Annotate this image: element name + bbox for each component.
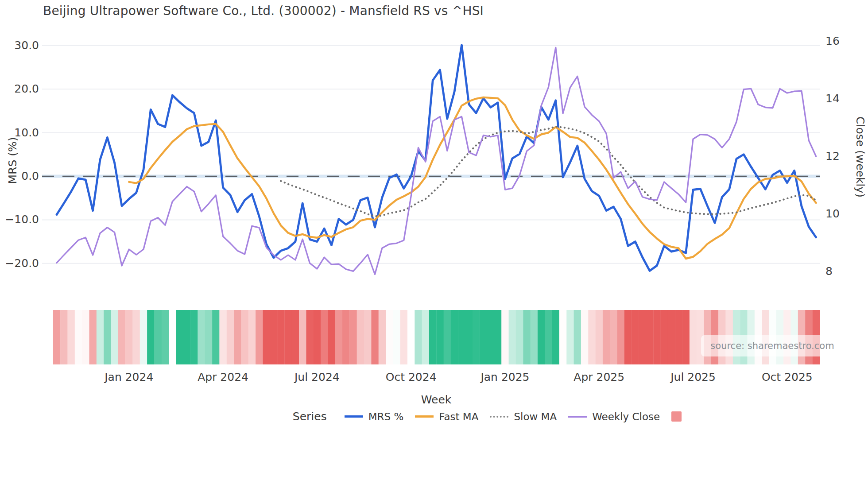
heatmap-week-cell: [284, 310, 292, 364]
legend-item: MRS %: [345, 411, 404, 422]
heatmap-week-cell: [480, 310, 487, 364]
left-tick-label: 20.0: [14, 82, 39, 95]
heatmap-week-cell: [436, 310, 444, 364]
series-mrs-: [57, 45, 816, 271]
heatmap-week-cell: [407, 310, 415, 364]
heatmap-week-cell: [581, 310, 589, 364]
heatmap-week-cell: [596, 310, 603, 364]
heatmap-week-cell: [393, 310, 400, 364]
legend-title: Series: [293, 410, 327, 423]
left-tick-label: −10.0: [5, 213, 39, 226]
heatmap-week-cell: [169, 310, 176, 364]
heatmap-week-cell: [154, 310, 162, 364]
heatmap-week-cell: [379, 310, 386, 364]
legend-item: [671, 411, 682, 422]
heatmap-week-cell: [690, 310, 697, 364]
heatmap-week-cell: [277, 310, 285, 364]
heatmap-week-cell: [328, 310, 335, 364]
heatmap-week-cell: [147, 310, 155, 364]
right-tick-label: 10: [825, 207, 840, 220]
heatmap-week-cell: [89, 310, 97, 364]
heatmap-week-cell: [646, 310, 654, 364]
heatmap-week-cell: [501, 310, 509, 364]
x-axis-title: Week: [0, 393, 868, 406]
heatmap-week-cell: [661, 310, 668, 364]
heatmap-week-cell: [306, 310, 314, 364]
heatmap-week-cell: [292, 310, 299, 364]
right-tick-label: 14: [825, 92, 840, 105]
heatmap-week-cell: [494, 310, 502, 364]
legend-line-swatch: [490, 416, 508, 418]
heatmap-week-cell: [335, 310, 343, 364]
heatmap-week-cell: [176, 310, 183, 364]
series-slow-ma: [281, 127, 816, 217]
x-tick-label: Apr 2024: [198, 371, 248, 383]
x-tick-label: Jul 2024: [294, 371, 340, 383]
heatmap-week-cell: [415, 310, 422, 364]
x-tick-label: Jan 2024: [104, 371, 153, 383]
heatmap-week-cell: [60, 310, 68, 364]
left-tick-label: 0.0: [21, 170, 39, 182]
heatmap-week-cell: [299, 310, 306, 364]
heatmap-week-cell: [132, 310, 140, 364]
heatmap-week-cell: [386, 310, 393, 364]
heatmap-week-cell: [227, 310, 234, 364]
x-tick-label: Apr 2025: [574, 371, 624, 383]
heatmap-week-cell: [400, 310, 408, 364]
x-tick-label: Oct 2025: [762, 371, 813, 383]
heatmap-week-cell: [248, 310, 256, 364]
heatmap-week-cell: [473, 310, 480, 364]
heatmap-week-cell: [125, 310, 133, 364]
heatmap-week-cell: [82, 310, 89, 364]
heatmap-week-cell: [653, 310, 661, 364]
legend-label: Fast MA: [439, 411, 478, 422]
heatmap-week-cell: [451, 310, 458, 364]
heatmap-week-cell: [552, 310, 560, 364]
heatmap-week-cell: [624, 310, 632, 364]
heatmap-week-cell: [574, 310, 581, 364]
heatmap-week-cell: [212, 310, 220, 364]
heatmap-week-cell: [198, 310, 205, 364]
left-tick-label: 10.0: [14, 126, 39, 139]
heatmap-week-cell: [241, 310, 248, 364]
heatmap-week-cell: [588, 310, 596, 364]
series-weekly-close: [57, 47, 816, 274]
heatmap-week-cell: [610, 310, 617, 364]
heatmap-week-cell: [234, 310, 241, 364]
heatmap-week-cell: [545, 310, 552, 364]
heatmap-week-cell: [256, 310, 263, 364]
heatmap-week-cell: [617, 310, 625, 364]
heatmap-week-cell: [67, 310, 75, 364]
heatmap-week-cell: [516, 310, 523, 364]
heatmap-week-cell: [111, 310, 118, 364]
heatmap-week-cell: [668, 310, 675, 364]
heatmap-week-cell: [219, 310, 227, 364]
heatmap-week-cell: [75, 310, 82, 364]
legend: Series MRS %Fast MASlow MAWeekly Close: [0, 410, 868, 423]
heatmap-week-cell: [444, 310, 451, 364]
heatmap-week-cell: [183, 310, 191, 364]
legend-item: Weekly Close: [568, 411, 660, 422]
heatmap-week-cell: [639, 310, 647, 364]
heatmap-week-cell: [371, 310, 379, 364]
right-tick-label: 16: [825, 35, 840, 47]
heatmap-week-cell: [314, 310, 321, 364]
heatmap-week-cell: [53, 310, 61, 364]
heatmap-week-cell: [429, 310, 437, 364]
heatmap-week-cell: [104, 310, 111, 364]
legend-label: MRS %: [368, 411, 404, 422]
heatmap-week-cell: [603, 310, 610, 364]
heatmap-week-cell: [357, 310, 364, 364]
heatmap-week-cell: [632, 310, 639, 364]
legend-line-swatch: [568, 416, 587, 418]
heatmap-week-cell: [523, 310, 531, 364]
legend-label: Weekly Close: [592, 411, 660, 422]
legend-heatmap-patch: [671, 411, 682, 422]
source-note: source: sharemaestro.com: [701, 335, 844, 356]
heatmap-week-cell: [190, 310, 198, 364]
heatmap-week-cell: [364, 310, 372, 364]
heatmap-week-cell: [97, 310, 104, 364]
heatmap-week-cell: [422, 310, 430, 364]
heatmap-week-cell: [509, 310, 516, 364]
left-tick-label: −20.0: [5, 257, 39, 270]
